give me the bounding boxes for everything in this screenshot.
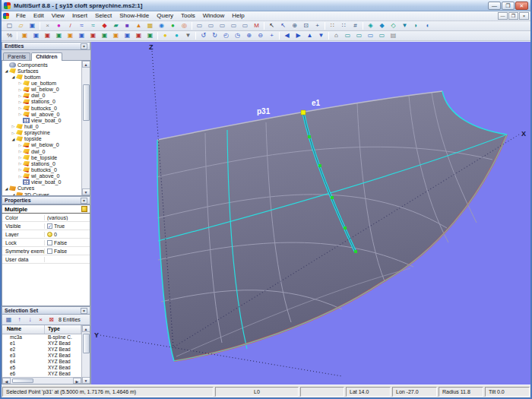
selection-grid-icon[interactable]: ▦: [4, 315, 14, 324]
tree-item-topside[interactable]: ◢topside: [2, 136, 81, 142]
fit-view-icon[interactable]: ◈: [365, 21, 376, 30]
arrow-right-icon[interactable]: ▶: [293, 31, 304, 40]
window-horizontal-icon[interactable]: ▭: [217, 21, 228, 30]
expander-closed-icon[interactable]: ▷: [17, 161, 23, 166]
snap-point-icon[interactable]: ∷: [338, 21, 350, 30]
selection-scrollbar[interactable]: ▲ ▼: [81, 325, 90, 384]
tree-item-view_boat_0[interactable]: view_boat_0: [2, 179, 81, 185]
entities-close-icon[interactable]: ×: [81, 43, 87, 49]
zoom-in-icon[interactable]: ⊕: [243, 31, 255, 40]
home-view-icon[interactable]: ⌂: [331, 31, 342, 40]
selection-row-e5[interactable]: e5XYZ Bead: [2, 365, 81, 371]
menu-select[interactable]: Select: [91, 11, 116, 21]
selection-row-e6[interactable]: e6XYZ Bead: [2, 371, 81, 377]
view-thumb-9-icon[interactable]: ▣: [110, 31, 122, 40]
view-thumb-4-icon[interactable]: ▣: [53, 31, 65, 40]
selection-row-e1[interactable]: e1XYZ Bead: [2, 340, 81, 347]
menu-window[interactable]: Window: [199, 11, 228, 21]
expander-closed-icon[interactable]: ▷: [17, 112, 23, 116]
normals-icon[interactable]: ▼: [399, 21, 410, 30]
mail-icon[interactable]: ▤: [388, 31, 399, 40]
tab-children[interactable]: Children: [31, 52, 62, 61]
property-value[interactable]: False: [45, 240, 90, 245]
point-icon[interactable]: ●: [53, 21, 65, 30]
scroll-thumb[interactable]: [83, 84, 90, 121]
expander-closed-icon[interactable]: ▷: [17, 81, 23, 85]
expander-open-icon[interactable]: ◢: [4, 186, 9, 191]
wireframe-icon[interactable]: ◇: [388, 21, 399, 30]
tree-item-dwl_0[interactable]: ▷dwl_0: [2, 148, 81, 154]
curve-icon[interactable]: ≈: [76, 21, 87, 30]
tree-item-wl_above_0[interactable]: ▷wl_above_0: [2, 111, 81, 117]
orbit-icon[interactable]: ◴: [220, 31, 232, 40]
expander-open-icon[interactable]: ◢: [11, 74, 16, 79]
scale-icon[interactable]: %: [4, 31, 15, 40]
hscroll-thumb[interactable]: [12, 378, 33, 383]
mdi-close-button-icon[interactable]: ×: [519, 12, 529, 20]
offset-icon[interactable]: ◖: [422, 21, 433, 30]
snake-icon[interactable]: ≈: [87, 21, 99, 30]
tree-item-be_topside[interactable]: ▷be_topside: [2, 154, 81, 160]
checkbox-unchecked-icon[interactable]: [47, 249, 52, 254]
minimize-button-icon[interactable]: —: [488, 2, 501, 10]
bead-icon[interactable]: ●: [167, 21, 179, 30]
select-add-icon[interactable]: ↖: [277, 21, 289, 30]
surface-icon[interactable]: ▰: [110, 21, 122, 30]
scroll-right-icon[interactable]: ▶: [73, 378, 81, 384]
checkbox-unchecked-icon[interactable]: [47, 240, 52, 245]
snap-grid-icon[interactable]: ∷: [327, 21, 338, 30]
property-value[interactable]: False: [45, 249, 90, 254]
spin-icon[interactable]: ◷: [232, 31, 243, 40]
zoom-out-icon[interactable]: ⊖: [255, 31, 266, 40]
folder-blue-icon[interactable]: ▭: [365, 31, 376, 40]
arrow-up-icon[interactable]: ▲: [304, 31, 315, 40]
property-value[interactable]: ✓True: [45, 223, 90, 229]
selection-table-header[interactable]: NameType: [2, 325, 81, 334]
remove-entity-icon[interactable]: ×: [36, 315, 46, 324]
selection-row-mc3a[interactable]: mc3aB-spline C.: [2, 334, 81, 340]
selection-hscrollbar[interactable]: ◀ ▶: [2, 377, 81, 384]
sel-scroll-thumb[interactable]: [83, 334, 90, 353]
property-value[interactable]: (various): [45, 215, 90, 220]
tree-item-view_boat_0[interactable]: view_boat_0: [2, 117, 81, 123]
scroll-left-icon[interactable]: ◀: [2, 378, 11, 384]
arrow-left-icon[interactable]: ◀: [281, 31, 293, 40]
tree-item-hull_0[interactable]: ▷hull_0: [2, 123, 81, 129]
bulb-on-icon[interactable]: ●: [160, 31, 171, 40]
expander-closed-icon[interactable]: ▷: [17, 167, 23, 172]
save-icon[interactable]: ▣: [27, 21, 38, 30]
selection-row-e2[interactable]: e2XYZ Bead: [2, 347, 81, 353]
tree-item-wl_below_0[interactable]: ▷wl_below_0: [2, 87, 81, 93]
sel-scroll-down-icon[interactable]: ▼: [82, 377, 90, 384]
pin-icon[interactable]: [81, 206, 87, 212]
expander-closed-icon[interactable]: ▷: [17, 93, 23, 98]
tree-item-bottom[interactable]: ◢bottom: [2, 74, 81, 80]
rotate-right-icon[interactable]: ↻: [209, 31, 220, 40]
expander-closed-icon[interactable]: ▷: [17, 143, 23, 147]
menu-view[interactable]: View: [48, 11, 68, 21]
model-views-icon[interactable]: M: [251, 21, 262, 30]
mdi-minimize-button-icon[interactable]: —: [498, 12, 508, 20]
tab-parents[interactable]: Parents: [3, 52, 30, 60]
view-thumb-8-icon[interactable]: ▣: [99, 31, 110, 40]
expander-closed-icon[interactable]: ▷: [11, 131, 16, 135]
tree-item-ue_bottom[interactable]: ▷ue_bottom: [2, 80, 81, 86]
tree-scrollbar[interactable]: ▲ ▼: [81, 61, 90, 195]
properties-close-icon[interactable]: ×: [81, 198, 87, 204]
tree-item-wl_below_0[interactable]: ▷wl_below_0: [2, 142, 81, 148]
ring-icon[interactable]: ◎: [179, 21, 190, 30]
select-pointer-icon[interactable]: ↖: [266, 21, 277, 30]
frame-icon[interactable]: ▦: [144, 21, 156, 30]
3d-viewport[interactable]: Z X Y p31 e1: [91, 42, 530, 385]
move-up-icon[interactable]: ↑: [14, 315, 24, 324]
view-thumb-5-icon[interactable]: ▣: [65, 31, 76, 40]
solid-icon[interactable]: ■: [122, 21, 133, 30]
selection-close-icon[interactable]: ×: [81, 308, 87, 314]
view-thumb-12-icon[interactable]: ▣: [144, 31, 156, 40]
tree-item-buttocks_0[interactable]: ▷buttocks_0: [2, 166, 81, 173]
view-thumb-2-icon[interactable]: ▣: [30, 31, 42, 40]
pan-icon[interactable]: +: [312, 21, 323, 30]
trim-icon[interactable]: ◗: [410, 21, 422, 30]
clear-set-icon[interactable]: ⊠: [46, 315, 56, 324]
tree-item-3d curves[interactable]: ◢3D Curves: [2, 192, 81, 195]
